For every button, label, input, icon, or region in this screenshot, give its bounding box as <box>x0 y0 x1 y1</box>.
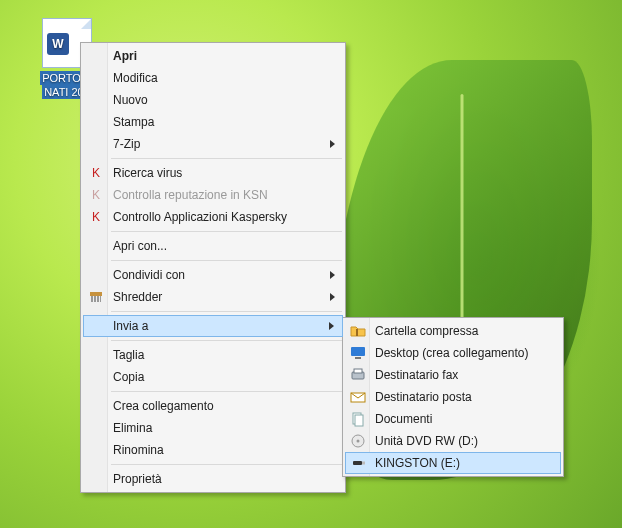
menu-copia[interactable]: Copia <box>83 366 343 388</box>
menu-taglia-label: Taglia <box>113 348 144 362</box>
menu-proprieta-label: Proprietà <box>113 472 162 486</box>
menu-controlla-ksn-label: Controlla reputazione in KSN <box>113 188 268 202</box>
dvd-drive-icon <box>350 433 366 449</box>
svg-rect-1 <box>91 296 93 302</box>
menu-apri-con-label: Apri con... <box>113 239 167 253</box>
submenu-arrow-icon <box>330 140 335 148</box>
svg-rect-7 <box>355 357 361 359</box>
menu-ricerca-virus[interactable]: K Ricerca virus <box>83 162 343 184</box>
desktop-icon <box>350 345 366 361</box>
menu-crea-collegamento[interactable]: Crea collegamento <box>83 395 343 417</box>
kaspersky-icon: K <box>88 165 104 181</box>
zip-folder-icon <box>350 323 366 339</box>
menu-shredder-label: Shredder <box>113 290 162 304</box>
submenu-kingston[interactable]: KINGSTON (E:) <box>345 452 561 474</box>
menu-separator <box>111 158 342 159</box>
menu-rinomina-label: Rinomina <box>113 443 164 457</box>
submenu-fax-label: Destinatario fax <box>375 368 458 382</box>
word-glyph: W <box>47 33 69 55</box>
kaspersky-icon: K <box>88 209 104 225</box>
context-menu: Apri Modifica Nuovo Stampa 7-Zip K Ricer… <box>80 42 346 493</box>
menu-elimina[interactable]: Elimina <box>83 417 343 439</box>
shredder-icon <box>88 289 104 305</box>
svg-point-14 <box>357 440 360 443</box>
menu-copia-label: Copia <box>113 370 144 384</box>
submenu-dvdrw[interactable]: Unità DVD RW (D:) <box>345 430 561 452</box>
menu-invia-a-label: Invia a <box>113 319 148 333</box>
menu-separator <box>111 340 342 341</box>
menu-separator <box>111 231 342 232</box>
menu-separator <box>111 260 342 261</box>
menu-7zip[interactable]: 7-Zip <box>83 133 343 155</box>
menu-7zip-label: 7-Zip <box>113 137 140 151</box>
submenu-kingston-label: KINGSTON (E:) <box>375 456 460 470</box>
svg-rect-12 <box>355 415 363 426</box>
menu-rinomina[interactable]: Rinomina <box>83 439 343 461</box>
mail-icon <box>350 389 366 405</box>
menu-invia-a[interactable]: Invia a <box>83 315 343 337</box>
menu-modifica-label: Modifica <box>113 71 158 85</box>
menu-condividi-con[interactable]: Condividi con <box>83 264 343 286</box>
svg-rect-2 <box>94 296 96 302</box>
menu-apri[interactable]: Apri <box>83 45 343 67</box>
submenu-desktop-link-label: Desktop (crea collegamento) <box>375 346 528 360</box>
usb-drive-icon <box>351 455 367 471</box>
submenu-dvdrw-label: Unità DVD RW (D:) <box>375 434 478 448</box>
svg-rect-0 <box>90 292 102 296</box>
menu-nuovo[interactable]: Nuovo <box>83 89 343 111</box>
menu-shredder[interactable]: Shredder <box>83 286 343 308</box>
svg-rect-5 <box>356 329 358 336</box>
menu-elimina-label: Elimina <box>113 421 152 435</box>
submenu-arrow-icon <box>330 293 335 301</box>
submenu-documenti-label: Documenti <box>375 412 432 426</box>
fax-icon <box>350 367 366 383</box>
documents-icon <box>350 411 366 427</box>
menu-controllo-app-label: Controllo Applicazioni Kaspersky <box>113 210 287 224</box>
submenu-cartella-compressa-label: Cartella compressa <box>375 324 478 338</box>
menu-stampa[interactable]: Stampa <box>83 111 343 133</box>
menu-apri-label: Apri <box>113 49 137 63</box>
menu-crea-collegamento-label: Crea collegamento <box>113 399 214 413</box>
svg-rect-15 <box>353 461 362 465</box>
kaspersky-icon: K <box>88 187 104 203</box>
svg-rect-9 <box>354 369 362 373</box>
menu-separator <box>111 391 342 392</box>
desktop-background: W PORTORI NATI 201 Apri Modifica Nuovo S… <box>0 0 622 528</box>
svg-rect-4 <box>100 296 101 302</box>
menu-separator <box>111 464 342 465</box>
submenu-desktop-link[interactable]: Desktop (crea collegamento) <box>345 342 561 364</box>
submenu-documenti[interactable]: Documenti <box>345 408 561 430</box>
menu-controlla-ksn: K Controlla reputazione in KSN <box>83 184 343 206</box>
menu-ricerca-virus-label: Ricerca virus <box>113 166 182 180</box>
svg-rect-16 <box>362 462 365 465</box>
menu-separator <box>111 311 342 312</box>
menu-condividi-con-label: Condividi con <box>113 268 185 282</box>
svg-rect-3 <box>97 296 99 302</box>
menu-nuovo-label: Nuovo <box>113 93 148 107</box>
submenu-arrow-icon <box>329 322 334 330</box>
submenu-arrow-icon <box>330 271 335 279</box>
menu-proprieta[interactable]: Proprietà <box>83 468 343 490</box>
submenu-invia-a: Cartella compressa Desktop (crea collega… <box>342 317 564 477</box>
menu-controllo-app[interactable]: K Controllo Applicazioni Kaspersky <box>83 206 343 228</box>
menu-stampa-label: Stampa <box>113 115 154 129</box>
submenu-posta-label: Destinatario posta <box>375 390 472 404</box>
menu-taglia[interactable]: Taglia <box>83 344 343 366</box>
menu-modifica[interactable]: Modifica <box>83 67 343 89</box>
submenu-cartella-compressa[interactable]: Cartella compressa <box>345 320 561 342</box>
svg-rect-6 <box>351 347 365 356</box>
submenu-fax[interactable]: Destinatario fax <box>345 364 561 386</box>
menu-apri-con[interactable]: Apri con... <box>83 235 343 257</box>
submenu-posta[interactable]: Destinatario posta <box>345 386 561 408</box>
